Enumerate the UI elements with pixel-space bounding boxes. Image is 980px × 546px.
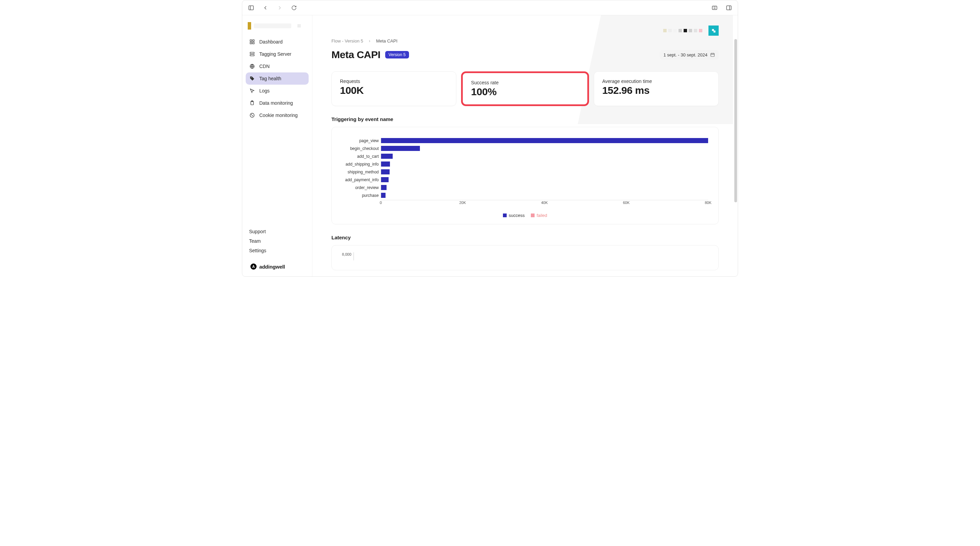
date-range-picker[interactable]: 1 sept. - 30 sept. 2024 xyxy=(660,50,719,60)
stat-cards-row: Requests100KSuccess rate100%Average exec… xyxy=(331,71,719,106)
date-range-label: 1 sept. - 30 sept. 2024 xyxy=(663,52,708,57)
workspace-logo xyxy=(246,20,309,36)
latency-section-title: Latency xyxy=(331,235,719,240)
chart-bar-row: page_view xyxy=(342,136,708,144)
bar-label: add_payment_info xyxy=(342,178,381,182)
svg-rect-10 xyxy=(253,42,254,44)
sidebar-item-label: Logs xyxy=(259,88,269,94)
back-icon[interactable] xyxy=(261,3,270,13)
chart-bar-row: add_payment_info xyxy=(342,176,708,184)
chart-bar-row: purchase xyxy=(342,191,708,199)
brand-name: addingwell xyxy=(259,264,285,270)
svg-rect-7 xyxy=(250,40,252,41)
main-content: Flow - Version 5 Meta CAPI Meta CAPI Ver… xyxy=(312,15,738,276)
svg-rect-23 xyxy=(711,53,714,56)
cursor-icon xyxy=(249,88,255,94)
brand-mark-icon: A xyxy=(250,263,256,270)
axis-tick: 0 xyxy=(380,201,382,205)
chart-bar-row: begin_checkout xyxy=(342,144,708,152)
breadcrumb: Flow - Version 5 Meta CAPI xyxy=(331,38,719,43)
sidebar-item-tag-health[interactable]: Tag health xyxy=(246,72,309,85)
cookie-icon xyxy=(249,112,255,118)
latency-y-tick: 8,000 xyxy=(342,252,354,260)
svg-rect-0 xyxy=(249,6,253,10)
settings-toggle-icon[interactable] xyxy=(710,3,719,13)
breadcrumb-current: Meta CAPI xyxy=(376,38,398,43)
chart-legend: successfailed xyxy=(342,213,708,218)
stat-card: Requests100K xyxy=(331,71,456,106)
sidebar-item-label: Tag health xyxy=(259,76,282,81)
sidebar-link-team[interactable]: Team xyxy=(249,238,305,244)
latency-chart-card: 8,000 xyxy=(331,245,719,270)
version-badge: Version 5 xyxy=(385,51,409,59)
stat-value: 100K xyxy=(340,85,448,96)
bar-label: order_review xyxy=(342,185,381,190)
sidebar-link-settings[interactable]: Settings xyxy=(249,248,305,253)
axis-tick: 20K xyxy=(460,201,466,205)
bar-fill xyxy=(381,177,388,182)
chart-bar-row: add_to_cart xyxy=(342,152,708,160)
app-window: Dashboard Tagging Server CDN Tag health … xyxy=(242,0,738,277)
clipboard-icon xyxy=(249,100,255,106)
breadcrumb-parent[interactable]: Flow - Version 5 xyxy=(331,38,363,43)
stat-label: Requests xyxy=(340,79,448,84)
sidebar-item-tagging-server[interactable]: Tagging Server xyxy=(246,48,309,60)
chart-section-title: Triggering by event name xyxy=(331,116,719,122)
triggering-chart-card: page_viewbegin_checkoutadd_to_cartadd_sh… xyxy=(331,127,719,224)
page-title: Meta CAPI xyxy=(331,49,380,60)
svg-point-19 xyxy=(251,114,251,115)
server-icon xyxy=(249,51,255,57)
sidebar-item-label: Data monitoring xyxy=(259,100,293,106)
tag-icon xyxy=(249,76,255,82)
sidebar-toggle-icon[interactable] xyxy=(247,3,256,13)
legend-item: success xyxy=(503,213,525,218)
bar-fill xyxy=(381,138,708,143)
bar-fill xyxy=(381,193,385,198)
svg-point-20 xyxy=(253,116,253,116)
svg-rect-2 xyxy=(712,6,717,10)
browser-toolbar xyxy=(242,0,738,15)
svg-point-18 xyxy=(250,113,254,117)
sidebar-item-cdn[interactable]: CDN xyxy=(246,60,309,72)
sidebar-item-label: Cookie monitoring xyxy=(259,113,298,118)
legend-item: failed xyxy=(531,213,547,218)
chart-bar-row: order_review xyxy=(342,184,708,191)
bar-fill xyxy=(381,154,393,159)
grid-icon xyxy=(249,39,255,45)
bar-fill xyxy=(381,162,390,167)
brand-logo-icon xyxy=(708,25,719,36)
sidebar-item-label: CDN xyxy=(259,63,269,69)
sidebar-item-data-monitoring[interactable]: Data monitoring xyxy=(246,97,309,109)
svg-rect-12 xyxy=(250,54,254,56)
right-panel-icon[interactable] xyxy=(724,3,733,13)
forward-icon xyxy=(275,3,285,13)
stat-card: Average execution time152.96 ms xyxy=(594,71,719,106)
chart-bar-row: shipping_method xyxy=(342,168,708,176)
stat-label: Success rate xyxy=(471,80,579,85)
bar-fill xyxy=(381,185,387,190)
svg-rect-22 xyxy=(713,30,715,32)
axis-tick: 80K xyxy=(705,201,711,205)
refresh-icon[interactable] xyxy=(289,3,299,13)
svg-rect-5 xyxy=(727,6,731,10)
axis-tick: 40K xyxy=(541,201,548,205)
svg-rect-8 xyxy=(253,40,254,41)
sidebar-item-label: Tagging Server xyxy=(259,51,291,57)
sidebar-item-dashboard[interactable]: Dashboard xyxy=(246,36,309,48)
brand-footer: A addingwell xyxy=(249,263,305,270)
stat-value: 152.96 ms xyxy=(602,85,710,96)
stat-label: Average execution time xyxy=(602,79,710,84)
sidebar-item-cookie-monitoring[interactable]: Cookie monitoring xyxy=(246,109,309,121)
sidebar-link-support[interactable]: Support xyxy=(249,229,305,234)
bar-label: purchase xyxy=(342,193,381,198)
sidebar-item-logs[interactable]: Logs xyxy=(246,85,309,97)
stat-card: Success rate100% xyxy=(461,71,589,106)
stat-value: 100% xyxy=(471,86,579,98)
bar-label: begin_checkout xyxy=(342,146,381,151)
theme-color-strip xyxy=(663,29,702,32)
bar-label: add_to_cart xyxy=(342,154,381,159)
sidebar: Dashboard Tagging Server CDN Tag health … xyxy=(242,15,312,276)
svg-rect-11 xyxy=(250,52,254,54)
axis-tick: 60K xyxy=(623,201,630,205)
bar-fill xyxy=(381,169,390,175)
